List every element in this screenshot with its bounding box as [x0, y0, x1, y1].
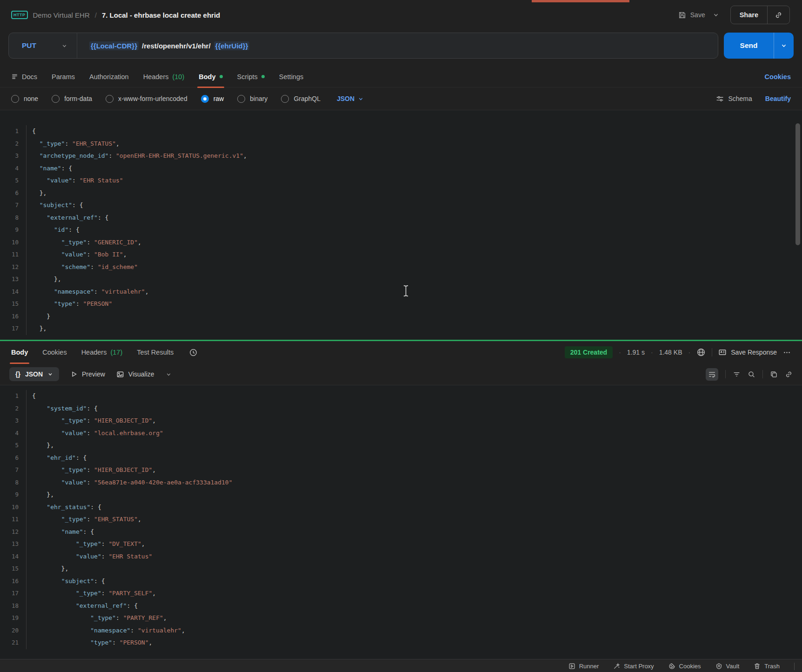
more-options-icon[interactable] [783, 349, 791, 356]
link-icon[interactable] [785, 370, 793, 378]
share-button[interactable]: Share [731, 11, 767, 19]
response-format-selector[interactable]: {} JSON [9, 367, 59, 381]
response-history-icon[interactable] [189, 348, 198, 357]
top-accent-bar [532, 0, 629, 2]
visualize-options-chevron[interactable] [166, 371, 172, 377]
visualize-button[interactable]: Visualize [116, 370, 154, 378]
code-line[interactable]: 5 }, [0, 439, 802, 452]
save-response-button[interactable]: Save Response [718, 348, 777, 356]
schema-button[interactable]: Schema [716, 95, 752, 103]
code-line[interactable]: 2 "_type": "EHR_STATUS", [0, 138, 802, 150]
copy-icon[interactable] [770, 370, 778, 378]
code-line[interactable]: 17 }, [0, 323, 802, 335]
body-type-none[interactable]: none [11, 95, 38, 103]
code-line[interactable]: 13 "_type": "DV_TEXT", [0, 538, 802, 551]
code-line[interactable]: 8 "value": "56ea871e-a040-420e-ae0a-acf3… [0, 477, 802, 489]
response-tab-cookies[interactable]: Cookies [42, 341, 67, 363]
start-proxy-button[interactable]: Start Proxy [613, 663, 654, 670]
response-body-editor[interactable]: 1{2 "system_id": {3 "_type": "HIER_OBJEC… [0, 385, 802, 659]
tab-body[interactable]: Body [199, 66, 222, 87]
code-line[interactable]: 9 "id": { [0, 224, 802, 236]
code-line[interactable]: 4 "value": "local.ehrbase.org" [0, 427, 802, 440]
network-globe-icon[interactable] [696, 348, 706, 357]
code-line[interactable]: 10 "_type": "GENERIC_ID", [0, 236, 802, 249]
beautify-link[interactable]: Beautify [765, 95, 791, 102]
tab-authorization[interactable]: Authorization [89, 66, 129, 87]
save-options-chevron[interactable] [713, 12, 719, 18]
code-line[interactable]: 6 }, [0, 187, 802, 200]
body-type-raw[interactable]: raw [201, 95, 224, 103]
code-line[interactable]: 11 "value": "Bob II", [0, 249, 802, 261]
trash-button[interactable]: Trash [754, 663, 780, 670]
code-line[interactable]: 15 "type": "PERSON" [0, 298, 802, 310]
body-type-binary[interactable]: binary [237, 95, 267, 103]
code-line[interactable]: 8 "external_ref": { [0, 212, 802, 224]
line-number: 15 [0, 298, 26, 310]
code-line[interactable]: 21 "type": "PERSON", [0, 637, 802, 649]
code-line[interactable]: 16 "subject": { [0, 575, 802, 588]
code-line[interactable]: 1{ [0, 125, 802, 138]
wrap-lines-button[interactable] [706, 368, 718, 381]
tab-settings[interactable]: Settings [279, 66, 303, 87]
send-button[interactable]: Send [724, 33, 774, 59]
preview-button[interactable]: Preview [70, 370, 105, 378]
cookies-link[interactable]: Cookies [765, 73, 791, 81]
code-line[interactable]: 16 } [0, 310, 802, 323]
save-button[interactable]: Save [678, 11, 705, 19]
code-line[interactable]: 20 "namespace": "virtualehr", [0, 625, 802, 637]
code-line[interactable]: 4 "name": { [0, 162, 802, 175]
code-line[interactable]: 10 "ehr_status": { [0, 501, 802, 514]
url-input[interactable]: {{Local-CDR}} /rest/openehr/v1/ehr/ {{eh… [77, 41, 249, 50]
code-line[interactable]: 18 "external_ref": { [0, 600, 802, 612]
code-line[interactable]: 3 "archetype_node_id": "openEHR-EHR-EHR_… [0, 150, 802, 162]
code-line[interactable]: 12 "scheme": "id_scheme" [0, 261, 802, 274]
code-line[interactable]: 5 "value": "EHR Status" [0, 175, 802, 187]
body-type-form-data[interactable]: form-data [52, 95, 92, 103]
send-options-chevron[interactable] [774, 33, 794, 59]
response-tab-body[interactable]: Body [11, 341, 28, 363]
raw-language-selector[interactable]: JSON [337, 95, 364, 102]
radio-icon [52, 95, 60, 103]
line-number: 9 [0, 489, 26, 501]
body-type-x-www-form-urlencoded[interactable]: x-www-form-urlencoded [106, 95, 187, 103]
search-icon[interactable] [748, 370, 755, 378]
cookies-button[interactable]: Cookies [668, 663, 701, 670]
tab-params[interactable]: Params [52, 66, 75, 87]
code-line[interactable]: 15 }, [0, 563, 802, 575]
code-line[interactable]: 2 "system_id": { [0, 403, 802, 415]
response-toolbar: {} JSON Preview Visualize [0, 363, 802, 385]
body-type-graphql[interactable]: GraphQL [281, 95, 321, 103]
request-title[interactable]: 7. Local - ehrbase local create ehrid [102, 11, 220, 19]
line-number: 1 [0, 125, 26, 138]
vault-button[interactable]: Vault [715, 663, 740, 670]
code-line[interactable]: 19 "_type": "PARTY_REF", [0, 612, 802, 625]
request-body-editor[interactable]: 1{2 "_type": "EHR_STATUS",3 "archetype_n… [0, 110, 802, 340]
code-line[interactable]: 1{ [0, 390, 802, 403]
response-tab-headers[interactable]: Headers (17) [81, 341, 123, 363]
code-line[interactable]: 3 "_type": "HIER_OBJECT_ID", [0, 415, 802, 427]
tab-scripts[interactable]: Scripts [237, 66, 265, 87]
code-line[interactable]: 11 "_type": "EHR_STATUS", [0, 513, 802, 526]
preview-icon [70, 370, 78, 378]
filter-icon[interactable] [733, 370, 741, 378]
method-selector[interactable]: PUT [9, 41, 77, 50]
breadcrumb-collection[interactable]: Demo Virtual EHR [33, 11, 90, 19]
code-line[interactable]: 7 "_type": "HIER_OBJECT_ID", [0, 464, 802, 477]
tab-docs[interactable]: Docs [11, 66, 37, 87]
code-line[interactable]: 12 "name": { [0, 526, 802, 538]
code-line[interactable]: 17 "_type": "PARTY_SELF", [0, 587, 802, 600]
code-line[interactable]: 7 "subject": { [0, 199, 802, 212]
code-line[interactable]: 14 "value": "EHR Status" [0, 551, 802, 563]
code-line[interactable]: 6 "ehr_id": { [0, 452, 802, 464]
code-line[interactable]: 9 }, [0, 489, 802, 501]
line-number: 5 [0, 175, 26, 187]
line-number: 21 [0, 637, 26, 649]
editor-scrollbar[interactable] [795, 123, 800, 245]
code-line[interactable]: 14 "namespace": "virtualehr", [0, 286, 802, 298]
tab-headers[interactable]: Headers (10) [143, 66, 185, 87]
response-tab-test-results[interactable]: Test Results [137, 341, 174, 363]
code-line[interactable]: 13 }, [0, 273, 802, 286]
line-number: 6 [0, 187, 26, 200]
runner-button[interactable]: Runner [568, 663, 599, 670]
copy-link-button[interactable] [768, 11, 789, 19]
